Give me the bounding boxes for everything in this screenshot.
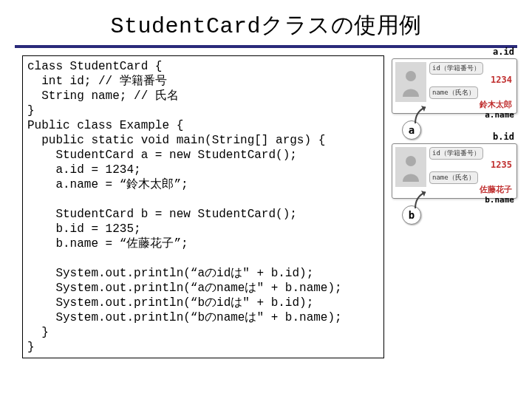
- avatar-icon: [395, 62, 426, 102]
- code-listing: class StudentCard { int id; // 学籍番号 Stri…: [22, 55, 384, 358]
- label-b-name: b.name: [485, 195, 514, 205]
- field-caption-name: name（氏名）: [429, 171, 478, 184]
- field-caption-name: name（氏名）: [429, 86, 478, 99]
- avatar-icon: [395, 147, 426, 187]
- field-caption-id: id（学籍番号）: [429, 62, 483, 75]
- label-b-id: b.id: [493, 132, 514, 142]
- svg-point-0: [406, 71, 416, 81]
- field-value-id: 1235: [429, 160, 514, 170]
- diagram-column: a.id id（学籍番号） 1234 name（氏名） 鈴木太郎: [392, 55, 517, 199]
- title-rule: [15, 45, 517, 48]
- arrow-icon: [411, 188, 433, 210]
- label-a-id: a.id: [493, 47, 514, 57]
- field-value-name: 鈴木太郎: [429, 99, 514, 110]
- field-value-id: 1234: [429, 75, 514, 85]
- slide-title: StudentCardクラスの使用例: [22, 10, 510, 41]
- label-a-name: a.name: [485, 110, 514, 120]
- card-fields: id（学籍番号） 1235 name（氏名） 佐藤花子: [429, 147, 514, 195]
- slide: StudentCardクラスの使用例 class StudentCard { i…: [0, 0, 532, 399]
- card-block-b: b.id id（学籍番号） 1235 name（氏名） 佐藤花子: [392, 143, 517, 199]
- card-fields: id（学籍番号） 1234 name（氏名） 鈴木太郎: [429, 62, 514, 110]
- card-block-a: a.id id（学籍番号） 1234 name（氏名） 鈴木太郎: [392, 58, 517, 114]
- arrow-icon: [411, 103, 433, 125]
- svg-point-1: [406, 156, 416, 166]
- field-caption-id: id（学籍番号）: [429, 147, 483, 160]
- content-row: class StudentCard { int id; // 学籍番号 Stri…: [22, 55, 510, 358]
- field-value-name: 佐藤花子: [429, 184, 514, 195]
